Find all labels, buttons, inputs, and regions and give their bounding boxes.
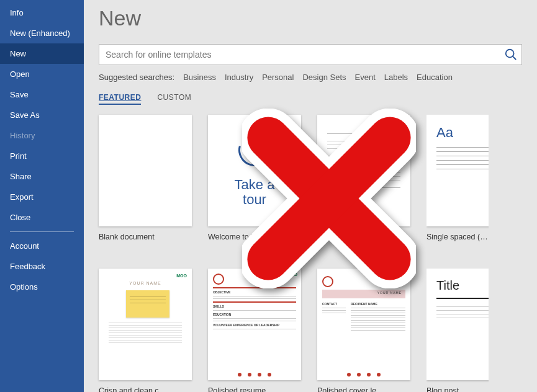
sidebar-item-close[interactable]: Close [0,207,84,228]
suggested-link-event[interactable]: Event [355,73,376,82]
template-caption: Single spaced (b... [426,233,489,241]
suggested-searches: Suggested searches: Business Industry Pe… [99,73,522,82]
moo-logo: MOO [176,274,187,278]
sidebar-item-export[interactable]: Export [0,187,84,207]
template-caption: Polished resume,... [208,386,301,392]
sidebar-item-new-enhanced[interactable]: New (Enhanced) [0,23,84,43]
svg-point-0 [506,50,514,58]
template-caption: Business Add-in L... [317,233,410,241]
suggested-link-labels[interactable]: Labels [384,73,408,82]
template-caption: Welcome to Word [208,233,301,241]
sidebar-divider [10,231,74,232]
circle-icon [322,276,333,287]
suggested-link-education[interactable]: Education [417,73,453,82]
template-blog-post[interactable]: Title Blog post [426,269,489,392]
thumb-name: YOUR NAME [104,281,187,285]
tab-featured[interactable]: FEATURED [99,93,141,105]
template-search-input[interactable] [106,50,504,60]
sidebar-item-print[interactable]: Print [0,146,84,166]
svg-line-1 [513,56,517,60]
template-thumbnail: Title [426,269,489,380]
template-grid: Blank document Take a tour Welcome to Wo… [99,115,522,392]
template-thumbnail: Take a tour [208,115,301,226]
template-thumbnail: MOO OBJECTIVE SKILLS EDUCATION VOLUNTEER… [208,269,301,380]
sidebar-item-share[interactable]: Share [0,166,84,187]
tab-custom[interactable]: CUSTOM [157,93,191,105]
sidebar-item-history: History [0,125,84,146]
sidebar-item-save-as[interactable]: Save As [0,105,84,125]
app-root: Info New (Enhanced) New Open Save Save A… [0,0,537,392]
template-search-box[interactable] [99,44,522,65]
template-tabs: FEATURED CUSTOM [99,93,522,105]
suggested-link-design-sets[interactable]: Design Sets [302,73,346,82]
suggested-label: Suggested searches: [99,73,174,82]
template-polished-cover-letter[interactable]: MOO YOUR NAME CONTACT RECIPIENT NAME [317,269,410,392]
moo-logo: MOO [287,272,297,277]
sidebar-item-open[interactable]: Open [0,64,84,84]
template-blank-document[interactable]: Blank document [99,115,192,241]
template-caption: Polished cover le... [317,386,410,392]
aa-preview: Aa [436,125,489,141]
sidebar-item-options[interactable]: Options [0,277,84,297]
sidebar-item-save[interactable]: Save [0,84,84,105]
template-polished-resume[interactable]: MOO OBJECTIVE SKILLS EDUCATION VOLUNTEER… [208,269,301,392]
template-caption: Blank document [99,233,192,241]
page-title: New [99,6,522,30]
template-thumbnail [99,115,192,226]
circle-icon [213,274,224,285]
template-crisp-clean[interactable]: MOO YOUR NAME Crisp and clean c... [99,269,192,392]
tour-arrow-icon [232,128,276,172]
template-welcome-to-word[interactable]: Take a tour Welcome to Word [208,115,301,241]
moo-logo: MOO [396,272,407,277]
tour-text: Take a tour [235,177,275,207]
template-business-addin[interactable]: Business Add-in L... [317,115,410,241]
template-single-spaced[interactable]: Aa Single spaced (b... [426,115,489,241]
template-thumbnail: MOO YOUR NAME [99,269,192,380]
template-thumbnail: Aa [426,115,489,226]
backstage-sidebar: Info New (Enhanced) New Open Save Save A… [0,0,84,392]
suggested-link-industry[interactable]: Industry [225,73,253,82]
template-caption: Blog post [426,386,489,392]
template-thumbnail: MOO YOUR NAME CONTACT RECIPIENT NAME [317,269,410,380]
template-thumbnail [317,115,410,226]
sidebar-item-account[interactable]: Account [0,236,84,256]
sidebar-item-new[interactable]: New [0,43,84,64]
suggested-link-personal[interactable]: Personal [262,73,294,82]
thumb-title: Title [436,278,489,293]
template-caption: Crisp and clean c... [99,386,192,392]
sidebar-item-info[interactable]: Info [0,2,84,23]
main-panel: New Suggested searches: Business Industr… [84,0,537,392]
sidebar-item-feedback[interactable]: Feedback [0,256,84,277]
suggested-link-business[interactable]: Business [183,73,216,82]
search-icon[interactable] [504,48,518,61]
